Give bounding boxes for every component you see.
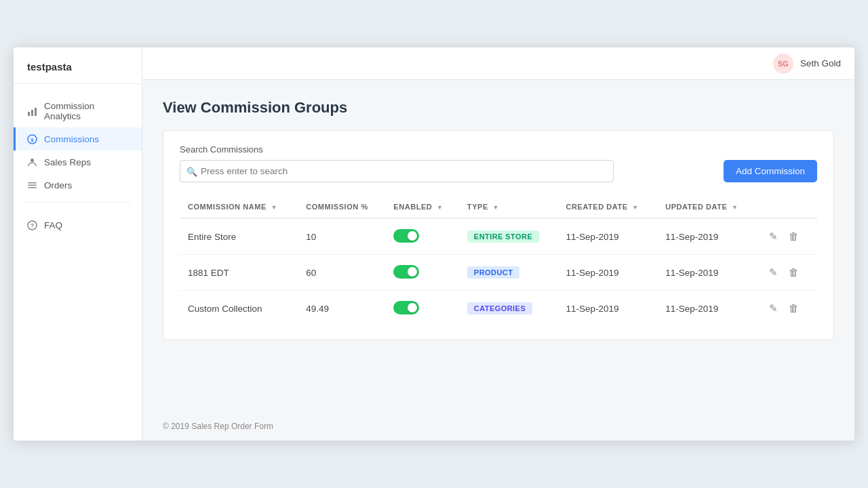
cell-created: 11-Sep-2019	[558, 255, 658, 291]
sidebar-item-faq[interactable]: ? FAQ	[14, 214, 142, 237]
sidebar-divider	[24, 202, 131, 203]
col-name: COMMISSION NAME ▼	[180, 196, 298, 218]
cell-name: Custom Collection	[180, 291, 298, 327]
cell-type: PRODUCT	[459, 255, 558, 291]
search-input-wrap: 🔍	[180, 160, 715, 182]
type-badge: ENTIRE STORE	[467, 230, 539, 243]
sidebar-nav: Commission Analytics $ Commissions	[14, 89, 142, 441]
svg-text:$: $	[31, 137, 34, 143]
add-commission-button[interactable]: Add Commission	[724, 160, 817, 182]
sort-icon-type: ▼	[492, 204, 498, 211]
footer: © 2019 Sales Rep Order Form	[142, 412, 854, 441]
sidebar-label-faq: FAQ	[44, 220, 62, 230]
cell-enabled[interactable]	[385, 218, 459, 255]
col-created: CREATED DATE ▼	[558, 196, 658, 218]
search-label: Search Commissions	[180, 144, 817, 155]
table-row: Entire Store 10 ENTIRE STORE 11-Sep-2019…	[180, 218, 817, 255]
cell-actions: ✎ 🗑	[757, 218, 817, 255]
cell-actions: ✎ 🗑	[757, 291, 817, 327]
sidebar-item-sales-reps[interactable]: Sales Reps	[14, 150, 142, 174]
cell-updated: 11-Sep-2019	[657, 291, 757, 327]
svg-rect-1	[31, 110, 33, 116]
cell-percent: 10	[298, 218, 385, 255]
table-row: Custom Collection 49.49 CATEGORIES 11-Se…	[180, 291, 817, 327]
dollar-icon: $	[26, 134, 37, 144]
sort-icon-created: ▼	[632, 204, 638, 211]
svg-rect-6	[28, 182, 37, 184]
col-enabled: ENABLED ▼	[385, 196, 459, 218]
sidebar-label-commissions: Commissions	[44, 134, 99, 144]
person-icon	[26, 157, 37, 167]
table-row: 1881 EDT 60 PRODUCT 11-Sep-2019 11-Sep-2…	[180, 255, 817, 291]
svg-rect-0	[28, 112, 30, 116]
delete-button[interactable]: 🗑	[785, 300, 803, 317]
col-actions	[757, 196, 817, 218]
footer-text: © 2019 Sales Rep Order Form	[163, 422, 273, 431]
search-input[interactable]	[180, 160, 614, 182]
sidebar-label-orders: Orders	[44, 180, 72, 190]
svg-point-5	[31, 159, 34, 162]
commissions-card: Search Commissions 🔍 Add Commission COMM…	[163, 130, 834, 340]
app-logo: testpasta	[14, 47, 142, 84]
sidebar-item-commissions[interactable]: $ Commissions	[14, 127, 142, 150]
type-badge: CATEGORIES	[467, 302, 532, 314]
cell-name: 1881 EDT	[180, 255, 298, 291]
search-icon: 🔍	[186, 166, 197, 176]
main-area: SG Seth Gold View Commission Groups Sear…	[142, 47, 854, 441]
cell-type: CATEGORIES	[459, 291, 558, 327]
cell-percent: 60	[298, 255, 385, 291]
edit-button[interactable]: ✎	[765, 228, 782, 245]
cell-enabled[interactable]	[385, 255, 459, 291]
top-header: SG Seth Gold	[142, 47, 854, 80]
sort-icon-updated: ▼	[732, 204, 738, 211]
edit-button[interactable]: ✎	[765, 300, 782, 317]
search-row: 🔍 Add Commission	[180, 160, 817, 182]
sort-icon-name: ▼	[271, 204, 277, 211]
sidebar-faq: ? FAQ	[14, 208, 142, 247]
commissions-table: COMMISSION NAME ▼ COMMISSION % ENABLED ▼	[180, 196, 817, 326]
cell-updated: 11-Sep-2019	[657, 218, 757, 255]
cell-updated: 11-Sep-2019	[657, 255, 757, 291]
sidebar-label-sales-reps: Sales Reps	[44, 157, 91, 167]
toggle-enabled[interactable]	[393, 229, 419, 243]
col-type: TYPE ▼	[459, 196, 558, 218]
svg-rect-8	[28, 187, 37, 188]
cell-created: 11-Sep-2019	[558, 291, 658, 327]
chart-icon	[26, 106, 37, 117]
sidebar: testpasta Commission Analytics $	[14, 47, 142, 441]
cell-enabled[interactable]	[385, 291, 459, 327]
delete-button[interactable]: 🗑	[785, 264, 803, 281]
cell-percent: 49.49	[298, 291, 385, 327]
table-header: COMMISSION NAME ▼ COMMISSION % ENABLED ▼	[180, 196, 817, 218]
list-icon	[26, 180, 37, 190]
col-percent: COMMISSION %	[298, 196, 385, 218]
toggle-enabled[interactable]	[393, 265, 419, 279]
sidebar-label-analytics: Commission Analytics	[44, 101, 131, 121]
col-updated: UPDATED DATE ▼	[657, 196, 757, 218]
table-body: Entire Store 10 ENTIRE STORE 11-Sep-2019…	[180, 218, 817, 326]
toggle-enabled[interactable]	[393, 301, 419, 314]
page-title: View Commission Groups	[163, 99, 834, 117]
avatar: SG	[773, 54, 793, 74]
svg-text:?: ?	[30, 222, 34, 229]
sidebar-item-orders[interactable]: Orders	[14, 174, 142, 197]
cell-name: Entire Store	[180, 218, 298, 255]
main-content: View Commission Groups Search Commission…	[142, 80, 854, 412]
edit-button[interactable]: ✎	[765, 264, 782, 281]
cell-actions: ✎ 🗑	[757, 255, 817, 291]
delete-button[interactable]: 🗑	[785, 228, 803, 245]
type-badge: PRODUCT	[467, 266, 519, 279]
svg-rect-7	[28, 184, 37, 186]
cell-created: 11-Sep-2019	[558, 218, 658, 255]
sidebar-item-analytics[interactable]: Commission Analytics	[14, 95, 142, 127]
help-icon: ?	[26, 220, 37, 230]
sort-icon-enabled: ▼	[437, 204, 443, 211]
svg-rect-2	[35, 108, 37, 116]
cell-type: ENTIRE STORE	[459, 218, 558, 255]
username: Seth Gold	[800, 58, 841, 68]
